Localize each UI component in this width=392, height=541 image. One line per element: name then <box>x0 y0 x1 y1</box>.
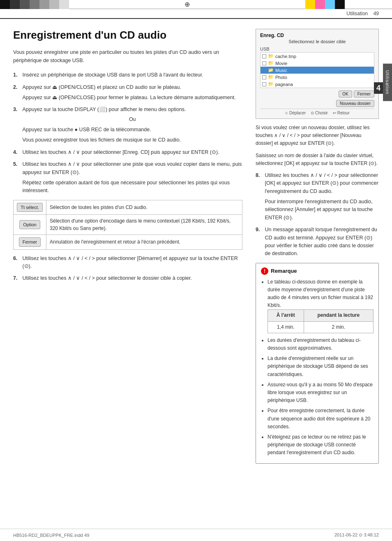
step-5-sub: Répétez cette opération autant de fois q… <box>22 179 242 195</box>
step-9: Un message apparaît lorsque l'enregistre… <box>256 226 379 258</box>
main-content: Enregistrement d'un CD audio Vous pouvez… <box>0 19 392 474</box>
note-item-5: Pour être enregistrée correctement, la d… <box>267 407 374 431</box>
file-checkbox-icon <box>262 75 266 79</box>
screen-subtitle: Sélectionnez le dossier cible <box>260 39 374 44</box>
table-row-option: Option Sélection d'une option d'encodage… <box>14 215 242 235</box>
color-bar-black <box>0 0 10 9</box>
tt-select-cell: Tt sélect. <box>14 200 46 215</box>
table-row-tt-select: Tt sélect. Sélection de toutes les piste… <box>14 200 242 215</box>
step-1-content: Insérez un périphérique de stockage USB … <box>22 71 242 79</box>
color-bar-gray1 <box>20 0 30 9</box>
step-2: Appuyez sur ⏏ (OPEN/CLOSE) et placez un … <box>13 84 242 102</box>
file-folder-icon: 📁 <box>268 60 274 66</box>
val-arret: 1,4 min. <box>268 321 304 333</box>
file-checkbox-icon <box>262 54 266 58</box>
color-bar-black2 <box>335 0 345 9</box>
fermer-button[interactable]: Fermer <box>19 237 41 247</box>
file-item[interactable]: 📁Music <box>261 67 374 74</box>
section-label: Utilisation <box>346 11 368 16</box>
step-2-content: Appuyez sur ⏏ (OPEN/CLOSE) et placez un … <box>22 84 242 102</box>
file-list: 📁cache.tmp📁Movie📁Music📁Photo📁pageana <box>260 52 374 88</box>
note-title: ! Remarque <box>261 267 374 275</box>
file-name: Movie <box>275 61 287 66</box>
file-folder-icon: 📁 <box>268 53 274 59</box>
step-9-text: Un message apparaît lorsque l'enregistre… <box>265 227 377 256</box>
file-item[interactable]: 📁Movie <box>261 60 374 67</box>
new-folder-btn[interactable]: Nouveau dossier <box>336 100 374 107</box>
tt-select-desc: Sélection de toutes les pistes d'un CD a… <box>46 200 242 215</box>
step-3: Appuyez sur la touche DISPLAY (⬜) pour a… <box>13 106 242 144</box>
step-8-sub: Pour interrompre l'enregistrement du CD … <box>265 198 379 222</box>
step-3-or-sub: Appuyez sur la touche ● USB REC de la té… <box>22 126 242 134</box>
side-tab-label: Utilisation <box>383 64 392 101</box>
screen-footer: ⊹ Déplacer ⊙ Choisir ↩ Retour <box>260 109 374 115</box>
step-2-text: Appuyez sur ⏏ (OPEN/CLOSE) et placez un … <box>22 84 181 90</box>
step-7-content: Utilisez les touches ∧ / ∨ / < / > pour … <box>22 274 242 282</box>
footer-left: HB516-RD2_BDEUPPK_FRE.indd 49 <box>13 533 89 538</box>
screen-fermer-btn[interactable]: Fermer <box>354 91 374 98</box>
step-3-content: Appuyez sur la touche DISPLAY (⬜) pour a… <box>22 106 242 144</box>
step-1-text: Insérez un périphérique de stockage USB … <box>22 72 203 78</box>
color-bar-yellow <box>305 0 315 9</box>
file-folder-icon: 📁 <box>268 67 274 73</box>
screen-title: Enreg. CD <box>260 33 374 38</box>
intro-paragraph: Vous pouvez enregistrer une piste en par… <box>13 48 242 65</box>
step-2-sub: Appuyez sur ⏏ (OPEN/CLOSE) pour fermer l… <box>22 94 242 102</box>
step-6: Utilisez les touches ∧ / ∨ / < / > pour … <box>13 255 242 271</box>
file-item[interactable]: 📁pageana <box>261 81 374 88</box>
file-item[interactable]: 📁Photo <box>261 74 374 81</box>
file-name: Music <box>275 68 287 73</box>
file-item[interactable]: 📁cache.tmp <box>261 53 374 60</box>
note-item-4: Assurez-vous qu'il y a au moins 50 Mo d'… <box>267 381 374 405</box>
note-item-1: Le tableau ci-dessous donne en exemple l… <box>267 278 374 333</box>
note-table-header: À l'arrêt pendant la lecture <box>268 310 374 321</box>
screen-ok-btn[interactable]: OK <box>339 91 352 98</box>
step-5-text: Utilisez les touches ∧ / ∨ pour sélectio… <box>22 161 242 175</box>
color-bar-gap: ⊕ <box>69 0 305 9</box>
file-checkbox-icon <box>262 61 266 65</box>
file-name: cache.tmp <box>275 54 296 59</box>
step-4: Utilisez les touches ∧ / ∨ pour sélectio… <box>13 149 242 156</box>
section-number-badge: 4 <box>374 82 383 94</box>
step-9-content: Un message apparaît lorsque l'enregistre… <box>265 226 379 258</box>
option-cell: Option <box>14 215 46 235</box>
table-row-fermer: Fermer Annulation de l'enregistrement et… <box>14 235 242 250</box>
file-name: pageana <box>275 82 293 87</box>
val-lecture: 2 min. <box>304 321 373 333</box>
option-button[interactable]: Option <box>19 220 40 230</box>
page-footer: HB516-RD2_BDEUPPK_FRE.indd 49 2011-06-22… <box>0 529 392 541</box>
step-6-text: Utilisez les touches ∧ / ∨ / < / > pour … <box>22 255 238 269</box>
color-bar-light <box>59 0 69 9</box>
note-table: À l'arrêt pendant la lecture 1,4 min. 2 … <box>267 309 374 333</box>
note-table-row: 1,4 min. 2 min. <box>268 321 374 333</box>
button-options-table: Tt sélect. Sélection de toutes les piste… <box>13 200 242 250</box>
tt-select-button[interactable]: Tt sélect. <box>17 203 43 212</box>
right-column: Enreg. CD Sélectionnez le dossier cible … <box>256 29 379 464</box>
step-8: Utilisez les touches ∧ / ∨ / < / > pour … <box>256 172 379 222</box>
enreg-screen: Enreg. CD Sélectionnez le dossier cible … <box>256 29 379 119</box>
color-bar-gray2 <box>30 0 39 9</box>
file-name: Photo <box>275 75 287 80</box>
color-bar-gray4 <box>49 0 59 9</box>
step-8-content: Utilisez les touches ∧ / ∨ / < / > pour … <box>265 172 379 222</box>
note-title-text: Remarque <box>271 268 297 274</box>
page-number: 49 <box>374 11 379 16</box>
step-4-text: Utilisez les touches ∧ / ∨ pour sélectio… <box>22 149 219 155</box>
right-text-1: Si vous voulez créer un nouveau dossier,… <box>256 124 379 148</box>
color-registration-bars: ⊕ <box>0 0 392 9</box>
note-item-3: La durée d'enregistrement réelle sur un … <box>267 355 374 378</box>
step-6-content: Utilisez les touches ∧ / ∨ / < / > pour … <box>22 255 242 271</box>
screen-footer-move: ⊹ Déplacer <box>285 111 306 115</box>
or-text: Ou <box>22 116 242 123</box>
color-bar-magenta <box>315 0 325 9</box>
color-bar-right-gap <box>345 0 392 9</box>
note-item-2: Les durées d'enregistrement du tableau c… <box>267 337 374 352</box>
screen-footer-back: ↩ Retour <box>333 111 350 115</box>
step-5-content: Utilisez les touches ∧ / ∨ pour sélectio… <box>22 160 242 195</box>
screen-buttons-area: OK Fermer <box>260 91 374 98</box>
col-arret: À l'arrêt <box>268 310 304 321</box>
note-item-6: N'éteignez pas ce lecteur ou ne retirez … <box>267 433 374 457</box>
note-icon: ! <box>261 267 268 275</box>
color-bar-dark <box>10 0 20 9</box>
new-folder-area: Nouveau dossier <box>260 100 374 107</box>
